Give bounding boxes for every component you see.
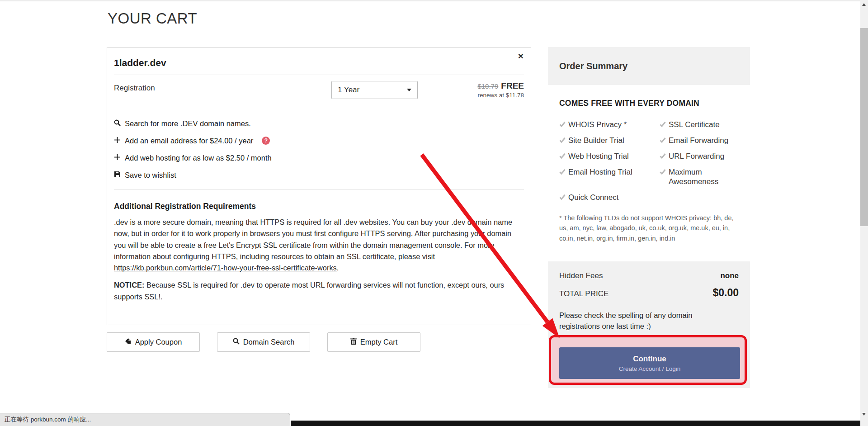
upsell-link-list: Search for more .DEV domain names. Add a… (114, 118, 524, 180)
current-price: FREE (501, 81, 524, 90)
search-icon (114, 119, 121, 128)
requirements-body: .dev is a more secure domain, meaning th… (114, 217, 524, 274)
notice-text: Because SSL is required for .dev to oper… (114, 281, 504, 300)
chevron-down-icon (407, 89, 411, 91)
domain-search-button[interactable]: Domain Search (217, 332, 310, 352)
perk-item: Site Builder Trial (559, 136, 660, 145)
perk-label: WHOIS Privacy * (568, 120, 627, 129)
check-icon (559, 137, 566, 143)
total-price-label: TOTAL PRICE (559, 289, 609, 298)
add-hosting-link[interactable]: Add web hosting for as low as $2.50 / mo… (114, 152, 272, 163)
plus-icon (114, 154, 121, 162)
check-icon (660, 121, 666, 128)
domain-name: 1ladder.dev (114, 47, 524, 68)
perk-label: URL Forwarding (669, 151, 724, 161)
empty-cart-button[interactable]: Empty Cart (327, 332, 420, 352)
button-label: Apply Coupon (135, 338, 182, 346)
link-label: Save to wishlist (125, 171, 176, 180)
original-price: $10.79 (477, 82, 498, 90)
check-icon (559, 121, 566, 128)
apply-coupon-button[interactable]: Apply Coupon (107, 332, 200, 352)
total-price-value: $0.00 (712, 287, 739, 299)
scrollbar[interactable] (860, 0, 868, 426)
check-icon (660, 153, 666, 159)
continue-button[interactable]: Continue Create Account / Login (559, 347, 740, 379)
tag-icon (125, 338, 132, 346)
perk-item: Maximum Awesomeness (660, 167, 727, 186)
plus-icon (114, 137, 121, 145)
term-select[interactable]: 1 Year (331, 81, 418, 99)
term-select-value: 1 Year (338, 85, 359, 95)
notice-label: NOTICE: (114, 281, 144, 289)
check-icon (660, 137, 666, 143)
search-icon (233, 338, 240, 346)
close-icon[interactable]: × (518, 51, 524, 61)
requirements-text: .dev is a more secure domain, meaning th… (114, 218, 512, 260)
perk-label: Site Builder Trial (568, 136, 624, 145)
link-label: Add web hosting for as low as $2.50 / mo… (125, 154, 272, 162)
perk-label: Maximum Awesomeness (669, 167, 727, 186)
check-icon (559, 153, 566, 159)
price-block: $10.79FREE renews at $11.78 (477, 81, 524, 99)
continue-label: Continue (633, 355, 666, 364)
save-icon (114, 171, 121, 180)
perk-item: Email Hosting Trial (559, 167, 660, 186)
bottom-black-bar (291, 421, 860, 426)
save-to-wishlist-link[interactable]: Save to wishlist (114, 170, 176, 180)
perk-label: SSL Certificate (669, 120, 720, 129)
button-label: Domain Search (243, 338, 295, 346)
requirements-heading: Additional Registration Requirements (114, 202, 524, 211)
requirements-text-end: . (337, 264, 339, 272)
perk-item: WHOIS Privacy * (559, 120, 660, 129)
ssl-kb-link[interactable]: https://kb.porkbun.com/article/71-how-yo… (114, 264, 337, 272)
spelling-note: Please check the spelling of any domain … (559, 310, 713, 331)
hidden-fees-value: none (720, 271, 739, 280)
scroll-down-icon[interactable] (862, 413, 866, 416)
order-summary-panel: Order Summary COMES FREE WITH EVERY DOMA… (548, 47, 750, 388)
cart-item-card: × 1ladder.dev Registration 1 Year $10.79… (107, 47, 531, 325)
window-top-edge (0, 0, 860, 1)
link-label: Add an email address for $24.00 / year (125, 137, 253, 145)
add-email-link[interactable]: Add an email address for $24.00 / year ? (114, 135, 270, 146)
perk-item: Email Forwarding (660, 136, 739, 145)
perk-item: Quick Connect (559, 193, 660, 202)
perk-item: Web Hosting Trial (559, 151, 660, 161)
continue-sublabel: Create Account / Login (619, 365, 681, 372)
check-icon (660, 169, 666, 175)
button-label: Empty Cart (360, 338, 398, 346)
perk-label: Web Hosting Trial (568, 151, 629, 161)
scroll-up-icon[interactable] (862, 3, 866, 6)
whois-privacy-note: * The following TLDs do not support WHOI… (559, 213, 739, 243)
page-title: YOUR CART (108, 10, 197, 27)
perk-item: URL Forwarding (660, 151, 739, 161)
cart-actions-row: Apply Coupon Domain Search Empty Cart (107, 332, 420, 352)
help-icon[interactable]: ? (262, 137, 270, 145)
registration-row: Registration 1 Year $10.79FREE renews at… (114, 81, 524, 99)
check-icon (559, 169, 566, 175)
notice-paragraph: NOTICE: Because SSL is required for .dev… (114, 279, 524, 303)
renewal-note: renews at $11.78 (477, 92, 524, 99)
search-more-domains-link[interactable]: Search for more .DEV domain names. (114, 118, 251, 129)
divider (114, 189, 524, 190)
comes-free-heading: COMES FREE WITH EVERY DOMAIN (559, 99, 739, 108)
order-summary-heading: Order Summary (548, 47, 750, 85)
perk-label: Email Forwarding (669, 136, 728, 145)
hidden-fees-label: Hidden Fees (559, 271, 603, 280)
perk-label: Quick Connect (568, 193, 619, 202)
check-icon (559, 194, 566, 200)
porkbun-cart-page: YOUR CART × 1ladder.dev Registration 1 Y… (0, 0, 868, 426)
divider (114, 75, 524, 75)
scrollbar-thumb[interactable] (860, 28, 868, 226)
browser-status-bubble: 正在等待 porkbun.com 的响应... (0, 413, 290, 426)
perks-grid: WHOIS Privacy * SSL Certificate Site Bui… (559, 120, 739, 202)
perk-label: Email Hosting Trial (568, 167, 632, 186)
perk-item: SSL Certificate (660, 120, 739, 129)
registration-label: Registration (114, 84, 155, 93)
link-label: Search for more .DEV domain names. (125, 119, 251, 128)
trash-icon (350, 338, 357, 346)
